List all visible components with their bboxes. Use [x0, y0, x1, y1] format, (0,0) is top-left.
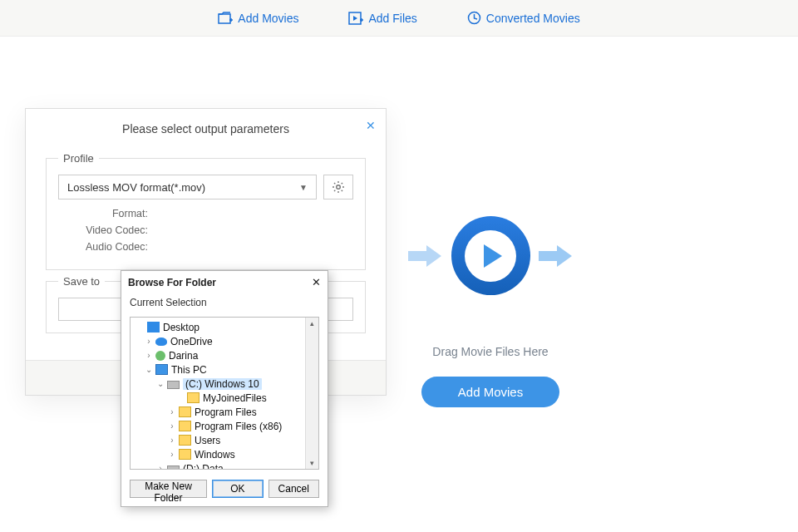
converted-movies-label: Converted Movies [486, 12, 580, 25]
add-files-label: Add Files [368, 12, 416, 25]
dialog-title-text: Please select output parameters [122, 122, 289, 135]
user-icon [155, 351, 165, 361]
folder-icon [179, 435, 191, 446]
format-label: Format: [81, 208, 148, 219]
cloud-icon [155, 337, 167, 346]
folder-icon [187, 392, 200, 403]
video-codec-row: Video Codec: [81, 224, 353, 236]
arrow-right-icon [539, 243, 574, 269]
tree-item-desktop[interactable]: Desktop [131, 320, 307, 334]
tree-label: Windows [195, 449, 235, 461]
close-icon[interactable]: ✕ [312, 276, 321, 288]
collapse-icon[interactable]: ⌄ [144, 365, 154, 374]
desktop-icon [147, 322, 160, 332]
expand-icon[interactable]: › [155, 464, 165, 469]
expand-icon[interactable]: › [144, 351, 154, 360]
tree-label: Users [195, 435, 220, 446]
browse-folder-dialog: Browse For Folder ✕ Current Selection De… [121, 270, 328, 507]
clock-icon [467, 11, 481, 25]
chevron-up-icon[interactable]: ▴ [310, 318, 314, 329]
tree-label: MyJoinedFiles [203, 392, 267, 404]
profile-select[interactable]: Lossless MOV format(*.mov) ▼ [58, 175, 317, 200]
tree-label: (D:) Data [183, 463, 224, 470]
expand-icon[interactable]: › [144, 337, 154, 346]
tree-label: Desktop [163, 322, 200, 333]
expand-icon[interactable]: › [167, 421, 177, 431]
profile-fieldset: Profile Lossless MOV format(*.mov) ▼ For… [46, 152, 366, 270]
chevron-down-icon[interactable]: ▾ [310, 457, 314, 469]
play-circle-icon [451, 216, 530, 295]
topbar: Add Movies Add Files Converted Movies [0, 0, 798, 37]
expand-icon[interactable]: › [167, 407, 177, 416]
tree-item-this-pc[interactable]: ⌄ This PC [131, 362, 307, 377]
tree-label: (C:) Windows 10 [183, 378, 262, 390]
ok-button[interactable]: OK [212, 480, 263, 498]
folder-tree: Desktop › OneDrive › Darina ⌄ This PC ⌄ … [130, 317, 319, 470]
gear-icon [332, 180, 345, 194]
tree-label: Program Files (x86) [195, 421, 282, 432]
format-row: Format: [81, 208, 353, 219]
tree-item-program-files[interactable]: › Program Files [131, 405, 307, 419]
folder-icon [179, 449, 191, 460]
svg-line-13 [342, 190, 342, 191]
bff-title-text: Browse For Folder [128, 277, 216, 288]
tree-item-program-files-x86[interactable]: › Program Files (x86) [131, 419, 307, 433]
tree-item-users[interactable]: › Users [131, 433, 307, 447]
drop-zone: Drag Movie Files Here Add Movies [366, 216, 615, 407]
folder-icon [179, 421, 191, 431]
drive-icon [167, 381, 180, 389]
scrollbar[interactable]: ▴ ▾ [305, 318, 318, 469]
chevron-down-icon: ▼ [299, 183, 308, 192]
svg-line-12 [334, 183, 335, 184]
dialog-title: Please select output parameters ✕ [26, 109, 386, 147]
make-new-folder-button[interactable]: Make New Folder [130, 480, 207, 498]
profile-selected-value: Lossless MOV format(*.mov) [67, 181, 205, 194]
saveto-legend: Save to [58, 275, 105, 288]
expand-icon[interactable]: › [167, 450, 177, 459]
tree-item-drive-d[interactable]: › (D:) Data [131, 461, 307, 469]
close-icon[interactable]: ✕ [366, 119, 376, 132]
video-codec-label: Video Codec: [81, 224, 148, 236]
add-files-button[interactable]: Add Files [348, 12, 416, 25]
add-movies-label: Add Movies [238, 12, 298, 25]
svg-line-14 [334, 190, 335, 191]
profile-legend: Profile [58, 152, 99, 165]
tree-item-myjoined[interactable]: MyJoinedFiles [131, 391, 307, 405]
tree-item-onedrive[interactable]: › OneDrive [131, 334, 307, 348]
tree-label: OneDrive [170, 336, 213, 347]
svg-line-15 [342, 183, 342, 184]
tree-item-user[interactable]: › Darina [131, 348, 307, 362]
drag-hint-text: Drag Movie Files Here [432, 345, 548, 358]
computer-icon [155, 364, 168, 375]
arrow-right-icon [408, 243, 443, 269]
add-movies-primary-button[interactable]: Add Movies [421, 377, 559, 407]
cancel-button[interactable]: Cancel [268, 480, 319, 498]
collapse-icon[interactable]: ⌄ [155, 379, 165, 388]
tree-item-windows[interactable]: › Windows [131, 447, 307, 461]
add-movies-button[interactable]: Add Movies [218, 12, 298, 25]
bff-subtitle: Current Selection [121, 293, 328, 313]
tree-label: Program Files [195, 406, 257, 418]
folder-plus-icon [218, 12, 233, 25]
folder-icon [179, 406, 191, 417]
audio-codec-label: Audio Codec: [81, 241, 148, 253]
audio-codec-row: Audio Codec: [81, 241, 353, 253]
play-illustration [408, 216, 574, 295]
expand-icon[interactable]: › [167, 436, 177, 445]
video-plus-icon [348, 12, 363, 25]
tree-label: This PC [171, 364, 207, 376]
svg-rect-0 [219, 14, 230, 23]
svg-point-7 [337, 185, 341, 190]
profile-settings-button[interactable] [323, 175, 353, 200]
converted-movies-button[interactable]: Converted Movies [467, 11, 580, 25]
drive-icon [167, 466, 180, 470]
tree-label: Darina [169, 350, 198, 362]
tree-item-drive-c[interactable]: ⌄ (C:) Windows 10 [131, 377, 307, 391]
bff-button-row: Make New Folder OK Cancel [121, 475, 328, 506]
bff-titlebar: Browse For Folder ✕ [121, 271, 328, 293]
